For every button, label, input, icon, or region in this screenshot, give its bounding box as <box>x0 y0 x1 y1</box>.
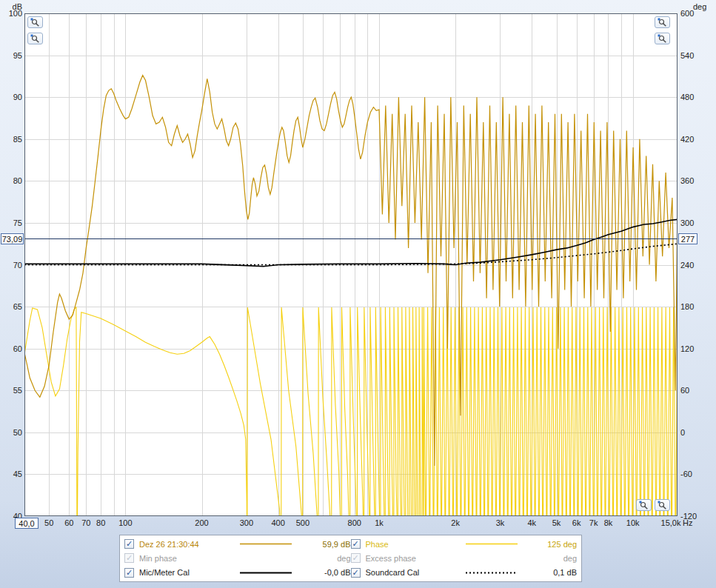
x-axis-tick-label: 200 <box>184 518 220 527</box>
trace-cursor-value: deg <box>305 554 351 563</box>
cursor-freq-readout: 40,0 <box>15 518 39 529</box>
x-axis-tick-label: 15,0k <box>653 518 689 527</box>
legend-entry: ✓Min phasedeg <box>124 553 351 563</box>
trace-cursor-value: 125 deg <box>531 540 577 549</box>
trace-cursor-value: deg <box>531 554 577 563</box>
trace-line-sample <box>458 542 526 546</box>
magnifier-icon <box>639 501 649 510</box>
trace-cursor-value: 59,9 dB <box>305 540 351 549</box>
x-axis-tick-label: 100 <box>107 518 143 527</box>
magnifier-icon <box>30 18 40 27</box>
x-axis-tick-label: 500 <box>285 518 321 527</box>
legend-panel: ✓Dez 26 21:30:4459,9 dB✓Phase125 deg✓Min… <box>119 535 582 582</box>
trace-label: Phase <box>366 540 453 549</box>
trace-line-sample <box>232 571 300 575</box>
legend-entry: ✓Excess phasedeg <box>351 553 578 563</box>
right-axis-zoom-out-button[interactable] <box>655 33 670 44</box>
rew-measurement-window: dB deg Hz 100959085807570656055504540 60… <box>0 0 716 588</box>
trace-label: Excess phase <box>366 554 453 563</box>
trace-cursor-value: 0,1 dB <box>531 568 577 577</box>
magnifier-icon <box>658 501 667 510</box>
x-axis-zoom-in-button[interactable] <box>636 499 652 511</box>
trace-checkbox[interactable]: ✓ <box>124 568 134 578</box>
legend-entry: ✓Mic/Meter Cal-0,0 dB <box>124 568 351 578</box>
x-axis-tick-label: 1k <box>361 518 397 527</box>
trace-checkbox[interactable]: ✓ <box>124 539 134 549</box>
trace-line-sample <box>458 571 526 575</box>
magnifier-icon <box>658 18 667 27</box>
left-axis-zoom-in-button[interactable] <box>27 16 43 28</box>
cursor-db-readout: 73,09 <box>1 233 24 244</box>
x-axis-tick-label: 3k <box>482 518 518 527</box>
trace-cursor-value: -0,0 dB <box>305 568 351 577</box>
trace-checkbox-disabled: ✓ <box>351 553 361 563</box>
x-axis-tick-label: 300 <box>229 518 264 527</box>
magnifier-icon <box>658 34 667 44</box>
x-axis-tick-label: 10k <box>615 518 651 527</box>
left-axis-zoom-out-button[interactable] <box>27 33 43 44</box>
legend-entry: ✓Dez 26 21:30:4459,9 dB <box>124 539 351 549</box>
trace-checkbox-disabled: ✓ <box>124 553 134 563</box>
x-axis-tick-label: 2k <box>438 518 473 527</box>
right-axis-zoom-in-button[interactable] <box>655 16 670 28</box>
trace-label: Mic/Meter Cal <box>139 568 227 577</box>
trace-line-sample <box>232 542 300 546</box>
x-axis: 506070801002003004005008001k2k3k4k5k6k7k… <box>0 0 716 588</box>
magnifier-icon <box>30 34 40 44</box>
trace-label: Dez 26 21:30:44 <box>139 540 227 549</box>
trace-label: Min phase <box>139 554 227 563</box>
trace-checkbox[interactable]: ✓ <box>351 568 361 578</box>
trace-label: Soundcard Cal <box>366 568 453 577</box>
trace-checkbox[interactable]: ✓ <box>351 539 361 549</box>
legend-entry: ✓Phase125 deg <box>351 539 578 549</box>
x-axis-zoom-out-button[interactable] <box>655 499 670 511</box>
cursor-deg-readout: 277 <box>678 233 697 244</box>
legend-entry: ✓Soundcard Cal0,1 dB <box>351 568 578 578</box>
